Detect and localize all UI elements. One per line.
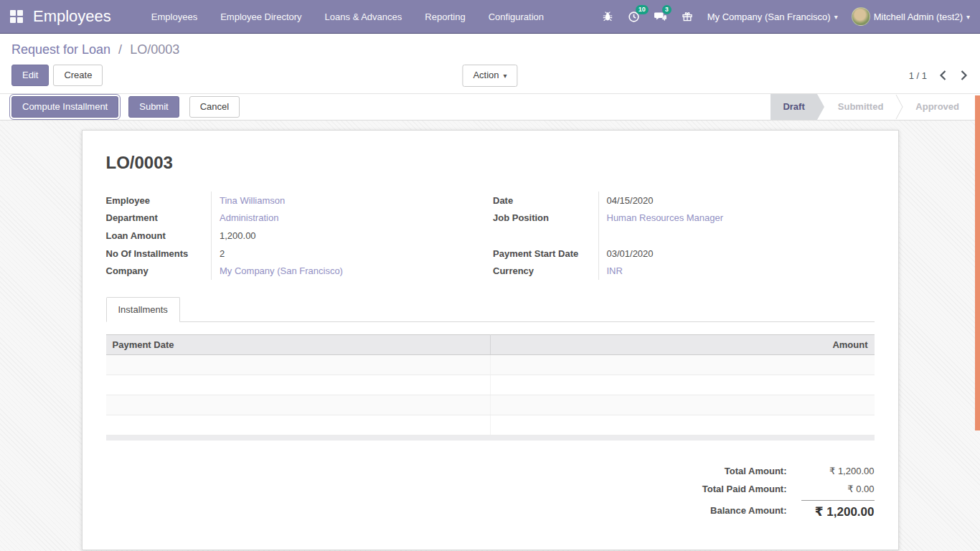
- field-label: Employee: [106, 192, 212, 209]
- pager: 1 / 1: [909, 69, 969, 82]
- chevron-down-icon: ▾: [834, 13, 838, 21]
- table-header-row: Payment Date Amount: [106, 334, 875, 354]
- field-no-of-installments: No Of Installments 2: [106, 245, 491, 263]
- menu-item-employee-directory[interactable]: Employee Directory: [220, 11, 301, 22]
- compute-installment-button[interactable]: Compute Installment: [11, 96, 118, 118]
- table-row: [106, 395, 875, 415]
- form-view-background: LO/0003 Employee Tina Williamson Departm…: [0, 121, 980, 551]
- total-paid-amount-value: ₹ 0.00: [801, 480, 875, 498]
- vertical-scrollbar-thumb[interactable]: [975, 95, 980, 430]
- pager-value[interactable]: 1 / 1: [909, 70, 927, 81]
- company-label: My Company (San Francisco): [707, 11, 831, 22]
- field-value: 2: [212, 245, 491, 263]
- cancel-button[interactable]: Cancel: [189, 96, 240, 118]
- field-date: Date 04/15/2020: [493, 192, 875, 209]
- messages-chat-icon[interactable]: 3: [654, 10, 667, 23]
- menu-item-loans-advances[interactable]: Loans & Advances: [325, 11, 402, 22]
- balance-amount-label: Balance Amount:: [710, 501, 786, 519]
- state-separator-icon: [895, 95, 903, 119]
- navbar-systray: 10 3 My Company (San Francisco) ▾ Mitche…: [601, 7, 970, 26]
- table-footer-row: [106, 435, 875, 441]
- menu-item-employees[interactable]: Employees: [151, 11, 197, 22]
- gift-icon[interactable]: [681, 10, 694, 23]
- user-menu[interactable]: Mitchell Admin (test2) ▾: [852, 7, 970, 26]
- column-amount[interactable]: Amount: [490, 334, 875, 354]
- top-navbar: Employees Employees Employee Directory L…: [0, 0, 980, 34]
- table-row: [106, 415, 875, 435]
- table-row: [106, 354, 875, 375]
- balance-amount-row: Balance Amount: ₹ 1,200.00: [702, 500, 875, 521]
- total-paid-amount-label: Total Paid Amount:: [702, 480, 787, 498]
- user-avatar: [852, 7, 870, 26]
- field-group: Employee Tina Williamson Department Admi…: [106, 192, 875, 280]
- field-value-link[interactable]: My Company (San Francisco): [212, 262, 491, 280]
- chevron-down-icon: ▾: [504, 72, 507, 80]
- notebook-tabbar: Installments: [106, 297, 875, 322]
- app-title[interactable]: Employees: [33, 7, 111, 26]
- installments-table: Payment Date Amount: [106, 334, 875, 441]
- field-spacer-row: [493, 227, 875, 245]
- statusbar-states: Draft Submitted Approved: [771, 94, 971, 120]
- field-group-right: Date 04/15/2020 Job Position Human Resou…: [490, 192, 875, 280]
- form-statusbar: Compute Installment Submit Cancel Draft …: [0, 93, 980, 121]
- tab-installments[interactable]: Installments: [106, 297, 180, 322]
- field-value-link[interactable]: INR: [598, 262, 875, 280]
- totals-block: Total Amount: ₹ 1,200.00 Total Paid Amou…: [702, 462, 875, 521]
- state-approved[interactable]: Approved: [903, 94, 971, 120]
- apps-grid-icon[interactable]: [10, 10, 24, 23]
- balance-amount-value: ₹ 1,200.00: [801, 500, 875, 521]
- pager-next-icon[interactable]: [959, 69, 969, 82]
- field-value: 03/01/2020: [598, 245, 875, 263]
- field-label: No Of Installments: [106, 245, 212, 263]
- field-label: Company: [106, 262, 212, 280]
- total-amount-value: ₹ 1,200.00: [801, 462, 875, 480]
- user-label: Mitchell Admin (test2): [874, 11, 963, 22]
- field-value-link[interactable]: Tina Williamson: [212, 192, 491, 209]
- state-draft[interactable]: Draft: [771, 94, 816, 120]
- breadcrumb: Request for Loan / LO/0003: [0, 34, 980, 59]
- field-label: Currency: [493, 262, 598, 280]
- field-label: Date: [493, 192, 598, 209]
- message-count-badge: 3: [662, 5, 672, 14]
- field-value: 1,200.00: [212, 227, 491, 245]
- field-label: Job Position: [493, 209, 598, 227]
- debug-bug-icon[interactable]: [601, 10, 614, 23]
- total-paid-amount-row: Total Paid Amount: ₹ 0.00: [702, 480, 875, 498]
- field-label: Department: [106, 209, 212, 227]
- field-value: 04/15/2020: [598, 192, 875, 209]
- menu-item-configuration[interactable]: Configuration: [489, 11, 544, 22]
- submit-button[interactable]: Submit: [128, 96, 179, 118]
- field-value-link[interactable]: Administration: [212, 209, 491, 227]
- field-label: Payment Start Date: [493, 245, 598, 263]
- field-employee: Employee Tina Williamson: [106, 192, 491, 209]
- activity-count-badge: 10: [636, 5, 649, 14]
- breadcrumb-separator: /: [118, 42, 122, 57]
- field-payment-start-date: Payment Start Date 03/01/2020: [493, 245, 875, 263]
- main-menu: Employees Employee Directory Loans & Adv…: [151, 11, 544, 22]
- column-payment-date[interactable]: Payment Date: [106, 334, 491, 354]
- chevron-down-icon: ▾: [966, 13, 970, 21]
- field-group-left: Employee Tina Williamson Department Admi…: [106, 192, 491, 280]
- table-row: [106, 375, 875, 395]
- state-submitted[interactable]: Submitted: [826, 94, 896, 120]
- total-amount-label: Total Amount:: [725, 462, 787, 480]
- edit-button[interactable]: Edit: [11, 65, 49, 86]
- menu-item-reporting[interactable]: Reporting: [425, 11, 465, 22]
- field-company: Company My Company (San Francisco): [106, 262, 491, 280]
- record-title: LO/0003: [106, 153, 875, 173]
- create-button[interactable]: Create: [53, 65, 103, 86]
- action-dropdown-button[interactable]: Action▾: [462, 65, 517, 87]
- field-value-link[interactable]: Human Resources Manager: [598, 209, 875, 227]
- field-label: Loan Amount: [106, 227, 212, 245]
- breadcrumb-parent-link[interactable]: Request for Loan: [11, 42, 110, 57]
- activity-clock-icon[interactable]: 10: [628, 10, 641, 23]
- form-sheet: LO/0003 Employee Tina Williamson Departm…: [82, 130, 899, 550]
- field-job-position: Job Position Human Resources Manager: [493, 209, 875, 227]
- total-amount-row: Total Amount: ₹ 1,200.00: [702, 462, 875, 480]
- field-loan-amount: Loan Amount 1,200.00: [106, 227, 491, 245]
- company-switcher[interactable]: My Company (San Francisco) ▾: [707, 11, 838, 22]
- breadcrumb-current: LO/0003: [130, 42, 179, 57]
- field-department: Department Administration: [106, 209, 491, 227]
- pager-previous-icon[interactable]: [938, 69, 948, 82]
- field-currency: Currency INR: [493, 262, 875, 280]
